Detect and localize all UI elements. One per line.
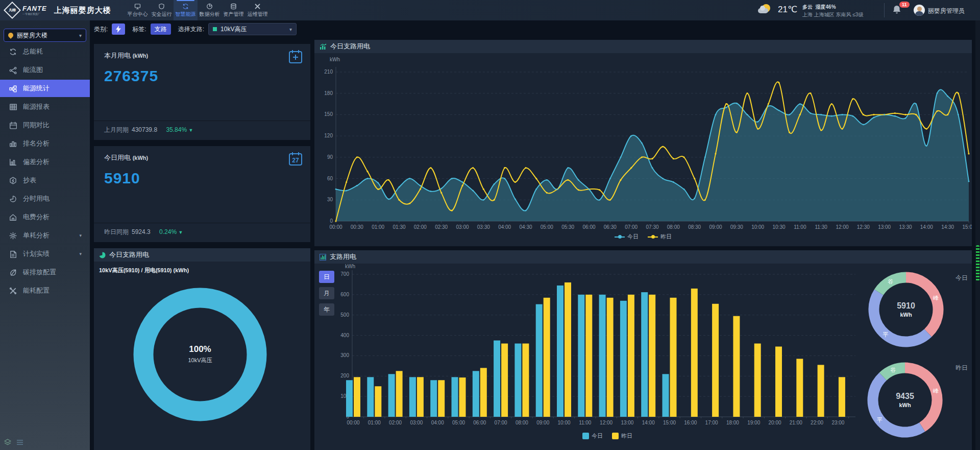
svg-text:300: 300 <box>340 352 349 358</box>
sidebar-item-7[interactable]: 偏差分析 <box>0 153 90 171</box>
svg-text:600: 600 <box>340 292 349 297</box>
today-branch-donut-panel: 今日支路用电 10kV高压(5910) / 用电(5910) (kWh) 100… <box>94 248 310 450</box>
calendar-add-icon[interactable] <box>288 49 303 64</box>
svg-text:13:00: 13:00 <box>621 420 633 425</box>
stats-icon <box>9 85 17 92</box>
today-usage-card: 今日用电 (kWh) 27 5910 昨日同期5924.3 0.24% ▼ <box>94 146 310 242</box>
tou-today-label: 今日 <box>955 274 968 282</box>
scrollbar-thumb[interactable] <box>976 245 979 281</box>
building-selector[interactable]: 丽婴房大楼 ▾ <box>4 29 86 42</box>
sidebar-item-5[interactable]: 同期对比 <box>0 116 90 134</box>
nav-item-1[interactable]: 平台中心 <box>126 0 150 20</box>
topbar-right: 21℃ 多云 湿度46% 上海 上海城区 东南风 ≤3级 11 丽婴房管理员 <box>755 0 980 20</box>
nav-label: 资产管理 <box>224 11 244 18</box>
location-pin-icon <box>7 32 14 39</box>
calendar-27-icon[interactable]: 27 <box>288 151 303 167</box>
svg-text:谷: 谷 <box>888 278 893 285</box>
sidebar-item-6[interactable]: 排名分析 <box>0 135 90 152</box>
meter-icon <box>9 177 17 184</box>
svg-text:01:00: 01:00 <box>368 420 381 425</box>
svg-text:00:30: 00:30 <box>351 224 363 230</box>
line-chart: kWh030609012015018021000:0000:3001:0001:… <box>314 53 972 233</box>
sidebar-item-4[interactable]: 能源报表 <box>0 98 90 115</box>
temperature: 21℃ <box>778 4 797 15</box>
month-compare: 上月同期430739.8 35.84% ▼ <box>104 126 193 134</box>
legend-item-今日[interactable]: 今日 <box>615 233 639 241</box>
sidebar-item-11[interactable]: 单耗分析▾ <box>0 227 90 244</box>
nav-item-6[interactable]: 运维管理 <box>246 0 270 20</box>
donut-percent: 100% <box>149 344 251 354</box>
layers-icon[interactable] <box>4 439 11 446</box>
sidebar-item-12[interactable]: 计划实绩▾ <box>0 245 90 263</box>
recycle-icon <box>9 48 17 56</box>
card-title: 今日用电 (kWh) <box>104 153 148 162</box>
wrench-icon <box>9 287 17 295</box>
svg-text:13:30: 13:30 <box>899 224 912 230</box>
legend-item-昨日[interactable]: 昨日 <box>612 432 632 440</box>
branch-tag-button[interactable]: 支路 <box>151 23 171 35</box>
electricity-category-button[interactable] <box>112 23 125 35</box>
sidebar-item-3[interactable]: 能源统计 <box>0 80 90 97</box>
legend-item-昨日[interactable]: 昨日 <box>648 233 672 241</box>
svg-text:210: 210 <box>324 69 333 75</box>
tou-today-value: 5910 <box>865 301 947 311</box>
sidebar-item-2[interactable]: 能流图 <box>0 61 90 79</box>
nav-item-5[interactable]: 资产管理 <box>222 0 246 20</box>
svg-text:03:30: 03:30 <box>477 224 490 230</box>
svg-text:09:00: 09:00 <box>536 420 549 425</box>
svg-text:01:00: 01:00 <box>372 224 384 230</box>
nav-item-3[interactable]: 智慧能源 <box>174 0 198 20</box>
svg-text:07:00: 07:00 <box>495 420 507 425</box>
notification-bell-icon[interactable]: 11 <box>892 5 905 18</box>
svg-text:19:00: 19:00 <box>747 420 760 425</box>
sidebar-item-label: 碳排放配置 <box>23 268 56 277</box>
svg-text:05:30: 05:30 <box>561 224 574 230</box>
avatar[interactable] <box>914 5 925 16</box>
svg-text:12:30: 12:30 <box>857 224 870 230</box>
svg-text:03:00: 03:00 <box>410 420 423 425</box>
bar-chart-legend: 今日昨日 <box>352 432 863 440</box>
svg-text:08:30: 08:30 <box>688 224 701 230</box>
nav-label: 运维管理 <box>248 11 268 18</box>
svg-text:18:00: 18:00 <box>726 420 739 425</box>
svg-text:05:00: 05:00 <box>541 224 553 230</box>
trend-down-icon: ▼ <box>188 128 193 133</box>
svg-text:09:00: 09:00 <box>709 224 722 230</box>
category-label: 类别: <box>94 25 108 34</box>
svg-text:700: 700 <box>340 271 349 277</box>
sidebar-item-1[interactable]: 总能耗 <box>0 43 90 60</box>
svg-text:00:00: 00:00 <box>329 224 342 230</box>
sidebar-item-label: 偏差分析 <box>23 157 50 167</box>
doc-icon <box>9 250 17 258</box>
branch-select[interactable]: 10kV高压 ▾ <box>208 23 297 35</box>
weather-location: 上海 上海城区 东南风 ≤3级 <box>802 11 863 18</box>
svg-text:11:00: 11:00 <box>794 224 806 230</box>
svg-text:08:00: 08:00 <box>516 420 528 425</box>
sidebar-item-label: 同期对比 <box>23 121 50 130</box>
sidebar-item-9[interactable]: 分时用电 <box>0 190 90 207</box>
list-icon[interactable] <box>16 439 23 446</box>
sidebar-item-14[interactable]: 能耗配置 <box>0 282 90 299</box>
nav-item-4[interactable]: 数据分析 <box>198 0 222 20</box>
branch-bar-panel: 支路用电 日月年 kWh010020030040050060070000:000… <box>314 250 972 450</box>
chevron-down-icon: ▾ <box>289 27 292 32</box>
month-usage-value: 276375 <box>104 67 158 85</box>
flow-icon <box>9 66 17 74</box>
svg-text:20:00: 20:00 <box>768 420 781 425</box>
sidebar-item-label: 电费分析 <box>23 212 50 222</box>
chevron-down-icon: ▾ <box>79 33 82 38</box>
scrollbar-track <box>975 20 980 450</box>
svg-text:0: 0 <box>330 218 333 224</box>
svg-text:kWh: kWh <box>330 57 340 62</box>
nav-item-2[interactable]: 安全运行 <box>150 0 174 20</box>
month-usage-card: 本月用电 (kWh) 276375 上月同期430739.8 35.84% ▼ <box>94 44 310 140</box>
sidebar-item-8[interactable]: 抄表 <box>0 172 90 189</box>
sidebar-item-13[interactable]: 碳排放配置 <box>0 264 90 281</box>
logo-group: 凡特 FANTE 一专做好系统厂 上海丽婴房大楼 <box>5 0 111 20</box>
legend-item-今日[interactable]: 今日 <box>582 432 603 440</box>
user-name[interactable]: 丽婴房管理员 <box>928 7 965 15</box>
recycle-icon <box>182 3 189 10</box>
divider <box>884 3 885 17</box>
pie-chart-icon <box>99 252 106 258</box>
sidebar-item-10[interactable]: 电费分析 <box>0 208 90 226</box>
